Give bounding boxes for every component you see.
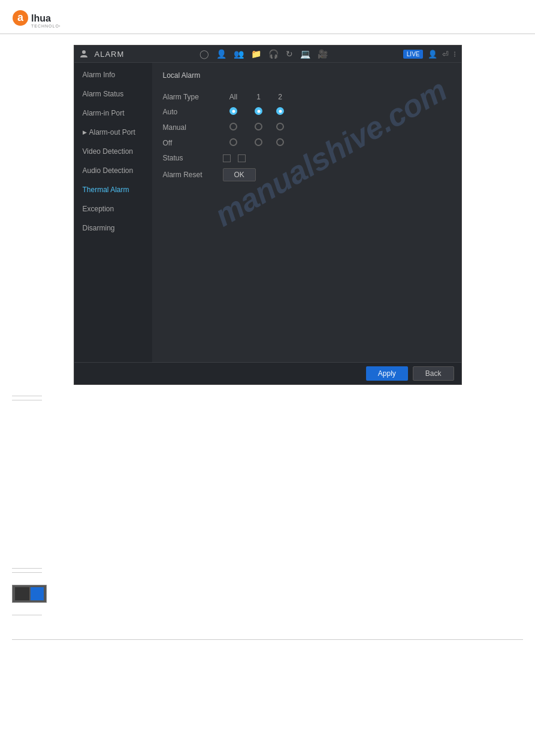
footer-lines-3 bbox=[12, 615, 523, 615]
folder-icon[interactable]: 📁 bbox=[251, 49, 261, 59]
svg-text:lhua: lhua bbox=[31, 13, 51, 23]
section-title: Local Alarm bbox=[163, 71, 201, 80]
manual-radios bbox=[223, 123, 288, 132]
auto-radios bbox=[223, 107, 288, 117]
small-img-box bbox=[12, 585, 47, 603]
footer-lines bbox=[12, 396, 523, 400]
off-radio-1[interactable] bbox=[255, 138, 262, 146]
sidebar-item-exception[interactable]: Exception bbox=[74, 199, 152, 218]
status-checkboxes bbox=[223, 154, 246, 162]
status-checkbox-1[interactable] bbox=[223, 154, 231, 162]
auto-label: Auto bbox=[163, 108, 223, 116]
auto-row: Auto bbox=[163, 107, 451, 117]
exit-icon[interactable]: ⏎ bbox=[442, 50, 449, 59]
headphone-icon[interactable]: 🎥 bbox=[318, 49, 328, 59]
logo-box: a lhua TECHNOLOGY bbox=[12, 7, 60, 29]
manual-label: Manual bbox=[163, 123, 223, 132]
off-radio-1-cell bbox=[252, 138, 266, 148]
svg-point-4 bbox=[82, 50, 86, 54]
ui-panel: ALARM ◯ 👤 👥 📁 🎧 ↻ 💻 🎥 LIVE 👤 ⏎ ⁝ bbox=[74, 45, 462, 385]
back-button[interactable]: Back bbox=[413, 366, 454, 381]
small-image-area bbox=[12, 585, 523, 603]
off-label: Off bbox=[163, 139, 223, 147]
toolbar-center-icons: ◯ 👤 👥 📁 🎧 ↻ 💻 🎥 bbox=[200, 49, 328, 59]
auto-radio-1-cell bbox=[252, 107, 266, 117]
manual-radio-2[interactable] bbox=[276, 123, 284, 130]
footer-line-3 bbox=[12, 568, 42, 569]
manual-radio-2-cell bbox=[273, 123, 288, 132]
user-filled-icon[interactable]: 👥 bbox=[234, 49, 244, 59]
bottom-rule bbox=[12, 639, 523, 640]
apply-button[interactable]: Apply bbox=[366, 366, 408, 381]
logo-container: a lhua TECHNOLOGY bbox=[12, 7, 523, 29]
sidebar-item-thermal-alarm[interactable]: Thermal Alarm bbox=[74, 180, 152, 199]
sidebar-item-alarm-status[interactable]: Alarm Status bbox=[74, 84, 152, 104]
main-content: manualshive.com Local Alarm Alarm Type A… bbox=[152, 63, 461, 362]
sidebar-item-alarm-info-label: Alarm Info bbox=[83, 71, 116, 79]
svg-text:a: a bbox=[17, 11, 24, 23]
refresh-icon[interactable]: ↻ bbox=[286, 49, 293, 59]
col-header-all: All bbox=[223, 93, 244, 101]
bottom-bar: Apply Back bbox=[74, 362, 461, 384]
panel-body: Alarm Info Alarm Status Alarm-in Port Al… bbox=[74, 63, 461, 362]
sidebar-item-video-detection-label: Video Detection bbox=[83, 147, 134, 156]
off-radio-2[interactable] bbox=[276, 138, 284, 146]
sidebar-item-alarm-out-port-label: Alarm-out Port bbox=[89, 128, 135, 136]
sidebar-item-audio-detection[interactable]: Audio Detection bbox=[74, 161, 152, 180]
user-icon-right[interactable]: 👤 bbox=[428, 50, 437, 59]
footer-lines-2 bbox=[12, 568, 523, 573]
toolbar: ALARM ◯ 👤 👥 📁 🎧 ↻ 💻 🎥 LIVE 👤 ⏎ ⁝ bbox=[74, 45, 461, 63]
off-radio-all-cell bbox=[223, 138, 244, 148]
monitor-icon[interactable]: 💻 bbox=[300, 49, 310, 59]
footer-line-1 bbox=[12, 396, 42, 396]
alarm-type-row: Alarm Type All 1 2 bbox=[163, 93, 451, 101]
footer-line-5 bbox=[12, 615, 42, 615]
grid-icon[interactable]: ⁝ bbox=[454, 50, 456, 59]
manual-radio-1[interactable] bbox=[255, 123, 262, 130]
body-text-area bbox=[0, 406, 535, 562]
sidebar-item-alarm-in-port-label: Alarm-in Port bbox=[83, 109, 125, 117]
sidebar-item-alarm-out-port[interactable]: Alarm-out Port bbox=[74, 123, 152, 142]
auto-radio-2[interactable] bbox=[276, 107, 284, 115]
sidebar-item-alarm-info[interactable]: Alarm Info bbox=[74, 65, 152, 84]
person-icon[interactable]: 👤 bbox=[216, 49, 226, 59]
ok-button[interactable]: OK bbox=[223, 168, 256, 181]
toolbar-left: ALARM bbox=[79, 49, 125, 59]
sidebar-item-disarming[interactable]: Disarming bbox=[74, 218, 152, 238]
alarm-type-headers: All 1 2 bbox=[223, 93, 288, 101]
manual-radio-all-cell bbox=[223, 123, 244, 132]
sidebar-item-disarming-label: Disarming bbox=[83, 224, 115, 232]
off-radio-all[interactable] bbox=[229, 138, 237, 146]
section-title-row: Local Alarm bbox=[163, 71, 451, 87]
small-img-inner bbox=[15, 587, 29, 600]
sidebar-item-alarm-in-port[interactable]: Alarm-in Port bbox=[74, 104, 152, 123]
status-checkbox-2[interactable] bbox=[238, 154, 246, 162]
dahua-logo: a lhua TECHNOLOGY bbox=[12, 7, 60, 29]
status-label: Status bbox=[163, 154, 223, 162]
auto-radio-all[interactable] bbox=[229, 107, 237, 115]
alarm-reset-btn-container: OK bbox=[223, 168, 256, 181]
manual-radio-1-cell bbox=[252, 123, 266, 132]
toolbar-title: ALARM bbox=[95, 50, 125, 59]
svg-text:TECHNOLOGY: TECHNOLOGY bbox=[31, 24, 60, 28]
alarm-reset-row: Alarm Reset OK bbox=[163, 168, 451, 181]
small-img-btn bbox=[31, 587, 44, 600]
alarm-type-label: Alarm Type bbox=[163, 93, 223, 101]
auto-radio-1[interactable] bbox=[255, 107, 262, 115]
auto-radio-2-cell bbox=[273, 107, 288, 117]
logo-bar: a lhua TECHNOLOGY bbox=[0, 0, 535, 34]
manual-radio-all[interactable] bbox=[229, 123, 237, 130]
globe-icon[interactable]: ◯ bbox=[200, 49, 209, 59]
col-header-1: 1 bbox=[252, 93, 266, 101]
off-radios bbox=[223, 138, 288, 148]
off-radio-2-cell bbox=[273, 138, 288, 148]
sidebar-item-video-detection[interactable]: Video Detection bbox=[74, 142, 152, 161]
manual-row: Manual bbox=[163, 123, 451, 132]
headset-icon[interactable]: 🎧 bbox=[268, 49, 279, 59]
live-badge: LIVE bbox=[403, 50, 424, 59]
col-header-2: 2 bbox=[273, 93, 288, 101]
sidebar-item-exception-label: Exception bbox=[83, 205, 114, 213]
alarm-person-icon bbox=[79, 49, 89, 59]
footer-line-4 bbox=[12, 572, 42, 573]
alarm-reset-label: Alarm Reset bbox=[163, 171, 223, 179]
